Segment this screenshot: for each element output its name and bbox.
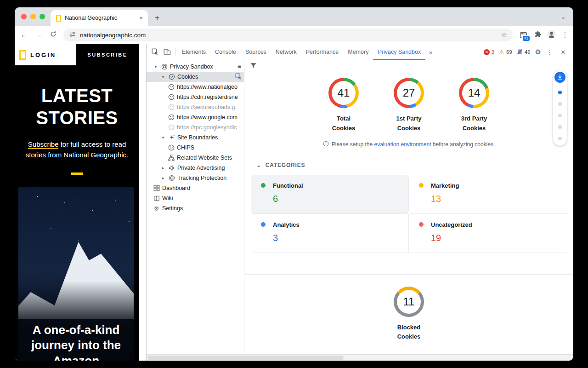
tree-label: Related Website Sets — [177, 155, 232, 161]
gear-icon: ⚙ — [153, 205, 160, 212]
tree-item-dashboard[interactable]: Dashboard — [147, 183, 244, 193]
cookies-overview-panel: 41 Total Cookies 27 1st Party Cookies — [244, 60, 573, 354]
tree-item-cookie-origin[interactable]: https://securepubads.g. — [147, 102, 244, 112]
tree-item-cookie-origin[interactable]: https://www.nationalgeo — [147, 82, 244, 92]
devtools-settings-icon[interactable]: ⚙ — [535, 48, 541, 56]
site-settings-icon[interactable] — [69, 31, 76, 39]
tab-search-chevron-icon[interactable]: ⌄ — [559, 12, 568, 21]
minimize-window-button[interactable] — [30, 14, 36, 19]
tree-item-wiki[interactable]: Wiki — [147, 193, 244, 203]
row-inspect-icon[interactable] — [235, 73, 242, 81]
cookie-icon — [168, 114, 175, 121]
expand-arrow-icon[interactable]: ▾ — [153, 64, 158, 69]
forward-icon[interactable]: → — [34, 31, 43, 39]
download-report-button[interactable] — [554, 72, 565, 83]
tab-title: National Geographic — [65, 15, 134, 21]
issues-badge[interactable]: 46 — [517, 49, 531, 56]
subscribe-link[interactable]: Subscribe — [28, 140, 59, 149]
tab-sources[interactable]: Sources — [241, 44, 271, 60]
tree-item-cookie-origin[interactable]: https://tpc.googlesyndic — [147, 122, 244, 132]
cookie-icon — [168, 74, 175, 80]
section-dot[interactable] — [558, 137, 562, 140]
category-functional[interactable]: Functional 6 — [251, 175, 409, 214]
tree-item-tracking-protection[interactable]: ▸ Tracking Protection — [147, 173, 244, 183]
profile-avatar[interactable] — [547, 30, 556, 40]
device-toolbar-icon[interactable] — [161, 46, 173, 58]
tree-item-site-boundaries[interactable]: ▾ Site Boundaries — [147, 132, 244, 143]
page-scrollbar[interactable] — [139, 44, 146, 361]
scrollbar-thumb[interactable] — [147, 356, 344, 360]
tree-item-cookies[interactable]: ▾ Cookies — [147, 72, 244, 82]
category-count: 13 — [431, 194, 557, 204]
horizontal-scrollbar[interactable] — [147, 354, 573, 361]
status-badges: ✕ 3 ⚠ 69 46 ⚙ ⋮ ✕ — [484, 48, 571, 56]
category-analytics[interactable]: Analytics 3 — [251, 214, 409, 253]
back-icon[interactable]: ← — [19, 31, 28, 39]
section-dot[interactable] — [558, 91, 562, 94]
tree-item-private-advertising[interactable]: ▸ Private Advertising — [147, 163, 244, 173]
inspect-element-icon[interactable] — [149, 46, 161, 58]
bookmark-star-icon[interactable]: ☆ — [501, 31, 507, 39]
expand-arrow-icon[interactable]: ▾ — [160, 135, 166, 140]
categories-header[interactable]: ⌄ CATEGORIES — [244, 162, 573, 168]
tab-privacy-sandbox[interactable]: Privacy Sandbox — [373, 44, 425, 60]
browser-tab[interactable]: National Geographic × — [51, 10, 148, 26]
devtools-menu-icon[interactable]: ⋮ — [546, 48, 554, 56]
tree-item-privacy-sandbox[interactable]: ▾ Privacy Sandbox — [147, 62, 244, 72]
section-dot[interactable] — [558, 102, 562, 106]
devtools-tab-bar: Elements Console Sources Network Perform… — [147, 44, 573, 60]
cookie-donuts: 41 Total Cookies 27 1st Party Cookies — [244, 78, 573, 133]
extensions-puzzle-icon[interactable] — [534, 30, 542, 40]
tab-performance[interactable]: Performance — [301, 44, 344, 60]
categories-section: ⌄ CATEGORIES Functional 6 — [244, 162, 573, 275]
first-party-cookies-donut: 27 1st Party Cookies — [386, 78, 431, 133]
evaluation-environment-link[interactable]: evaluation environment — [374, 141, 431, 148]
tree-item-settings[interactable]: ⚙ Settings — [147, 203, 244, 213]
dashboard-grid-icon — [153, 185, 160, 192]
categories-title: CATEGORIES — [266, 162, 305, 168]
tab-elements[interactable]: Elements — [177, 44, 210, 60]
donut-chart: 11 — [394, 287, 424, 317]
subscribe-button[interactable]: SUBSCRIBE — [76, 44, 139, 65]
more-tabs-icon[interactable]: » — [425, 49, 436, 56]
category-marketing[interactable]: Marketing 13 — [409, 175, 567, 214]
hero-story-card[interactable]: A one-of-a-kind journey into the Amazon — [18, 187, 134, 361]
tree-label: Tracking Protection — [177, 175, 226, 181]
reload-icon[interactable] — [49, 30, 58, 40]
expand-arrow-icon[interactable]: ▸ — [160, 166, 166, 170]
errors-badge[interactable]: ✕ 3 — [484, 49, 494, 55]
close-window-button[interactable] — [21, 14, 27, 19]
tab-close-icon[interactable]: × — [138, 15, 144, 22]
login-button[interactable]: LOGIN — [30, 52, 56, 58]
tree-item-related-website-sets[interactable]: Related Website Sets — [147, 153, 244, 163]
tree-item-cookie-origin[interactable]: https://www.google.com — [147, 112, 244, 122]
promo-text: Subscribe for full access to read storie… — [21, 139, 133, 161]
expand-arrow-icon[interactable]: ▾ — [160, 75, 166, 79]
login-area[interactable]: LOGIN — [15, 44, 76, 65]
tree-label: https://www.nationalgeo — [177, 84, 237, 90]
total-cookies-donut: 41 Total Cookies — [321, 78, 366, 133]
section-dot[interactable] — [558, 114, 562, 117]
tab-console[interactable]: Console — [210, 44, 241, 60]
filter-funnel-icon[interactable] — [250, 62, 257, 71]
browser-toolbar: ← → nationalgeographic.com ☆ 41 ⋮ — [15, 26, 573, 44]
devtools-close-icon[interactable]: ✕ — [559, 49, 568, 56]
privacy-sandbox-extension-icon[interactable]: 41 — [518, 30, 528, 40]
tab-memory[interactable]: Memory — [343, 44, 373, 60]
category-uncategorized[interactable]: Uncategorized 19 — [409, 214, 567, 253]
tab-network[interactable]: Network — [271, 44, 301, 60]
chevron-down-icon: ⌄ — [256, 162, 261, 168]
expand-arrow-icon[interactable]: ▸ — [160, 176, 166, 180]
browser-menu-icon[interactable]: ⋮ — [561, 31, 569, 39]
tree-item-cookie-origin[interactable]: https://cdn.registerdisne — [147, 92, 244, 102]
warnings-badge[interactable]: ⚠ 69 — [499, 49, 512, 55]
address-bar[interactable]: nationalgeographic.com ☆ — [63, 29, 513, 41]
maximize-window-button[interactable] — [40, 14, 45, 19]
filter-row — [244, 60, 573, 72]
donut-value: 14 — [462, 81, 486, 105]
setup-info-banner: Please setup the evaluation environment … — [244, 141, 573, 148]
section-dot[interactable] — [558, 125, 562, 129]
new-tab-button[interactable]: + — [151, 12, 164, 24]
section-navigator — [553, 70, 567, 146]
tree-item-chips[interactable]: CHIPS — [147, 143, 244, 153]
